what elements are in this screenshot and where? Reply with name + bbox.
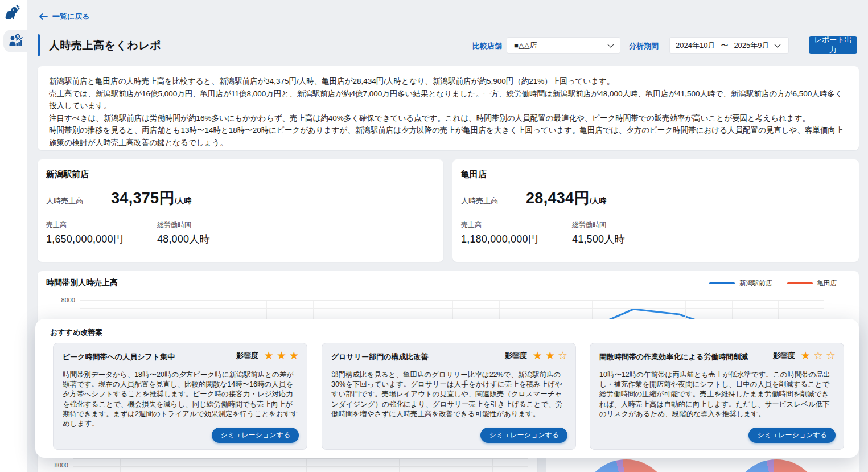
impact-stars: ★☆☆ — [801, 350, 836, 361]
period-end: 2025年9月 — [734, 40, 769, 51]
hours-value: 41,500人時 — [572, 232, 625, 246]
pie-chart-kameda — [732, 459, 821, 472]
hours-label: 総労働時間 — [157, 220, 191, 230]
metric-label: 人時売上高 — [46, 196, 111, 206]
title-accent-bar — [38, 34, 40, 56]
star-icon: ★ — [545, 350, 555, 361]
store-card-kameda: 亀田店 人時売上高 28,434円 /人時 売上高 1,180,000,000円… — [452, 159, 859, 262]
star-icon: ☆ — [826, 350, 836, 361]
y-axis-tick: 8000 — [52, 297, 75, 303]
star-icon: ☆ — [558, 350, 567, 361]
recommendations-panel: おすすめ改善案 ピーク時間帯への人員シフト集中 影響度 ★★★ 時間帯別データか… — [35, 319, 859, 458]
chevron-down-icon — [607, 41, 614, 47]
legend-line-swatch — [709, 282, 735, 284]
hours-value: 48,000人時 — [157, 232, 210, 246]
sales-value: 1,650,000,000円 — [46, 232, 124, 246]
metric-unit: /人時 — [590, 196, 607, 206]
recommendation-title: 閑散時間帯の作業効率化による労働時間削減 — [599, 352, 748, 362]
metric-label: 人時売上高 — [461, 196, 526, 206]
back-link[interactable]: 一覧に戻る — [39, 11, 90, 22]
y-axis-tick: 8000 — [46, 462, 68, 469]
page-title-bar: 人時売上高をくわレポ — [38, 34, 161, 56]
store-card-niigata: 新潟駅前店 人時売上高 34,375円 /人時 売上高 1,650,000,00… — [38, 159, 443, 262]
star-icon: ★ — [264, 350, 274, 361]
summary-line: 新潟駅前店と亀田店の人時売上高を比較すると、新潟駅前店が34,375円/人時、亀… — [49, 75, 848, 88]
chart-legend: 新潟駅前店 亀田店 — [709, 279, 837, 288]
impact-stars: ★★☆ — [533, 350, 567, 361]
divider — [46, 210, 435, 210]
legend-item-kameda: 亀田店 — [787, 279, 837, 288]
legend-item-niigata: 新潟駅前店 — [709, 279, 772, 288]
divider — [461, 210, 850, 210]
recommendation-card: 閑散時間帯の作業効率化による労働時間削減 影響度 ★☆☆ 10時〜12時の午前帯… — [590, 343, 844, 450]
summary-line: 売上高では、新潟駅前店が16億5,000万円、亀田店が11億8,000万円と、新… — [49, 88, 848, 112]
store-name: 亀田店 — [461, 169, 487, 180]
period-start: 2024年10月 — [676, 40, 715, 51]
recommendation-card: グロサリー部門の構成比改善 影響度 ★★☆ 部門構成比を見ると、亀田店のグロサリ… — [322, 343, 576, 450]
metric-value: 28,434円 — [526, 188, 590, 208]
recommendation-title: グロサリー部門の構成比改善 — [331, 352, 429, 362]
legend-label: 亀田店 — [817, 279, 837, 288]
summary-card: 新潟駅前店と亀田店の人時売上高を比較すると、新潟駅前店が34,375円/人時、亀… — [38, 66, 859, 150]
period-select[interactable]: 2024年10月 〜 2025年9月 — [669, 37, 789, 54]
impact-label: 影響度 — [773, 351, 795, 361]
pie-chart-niigata — [582, 459, 670, 472]
summary-line: 注目すべきは、新潟駅前店は労働時間が約16%多いにもかかわらず、売上高は約40%… — [49, 112, 848, 125]
star-icon: ★ — [277, 350, 286, 361]
star-icon: ★ — [533, 350, 542, 361]
period-separator: 〜 — [721, 40, 728, 51]
metric-unit: /人時 — [175, 196, 192, 206]
recommendation-body: 10時〜12時の午前帯は両店舗とも売上が低水準です。この時間帯の品出し・補充作業… — [599, 370, 836, 419]
recommendation-title: ピーク時間帯への人員シフト集中 — [63, 352, 175, 362]
sidebar: $ — [0, 0, 27, 472]
page-title: 人時売上高をくわレポ — [49, 38, 161, 53]
recommendation-body: 部門構成比を見ると、亀田店のグロサリー比率は22%で、新潟駅前店の30%を下回っ… — [331, 370, 568, 419]
sales-label: 売上高 — [461, 220, 482, 230]
legend-line-swatch — [787, 282, 813, 284]
summary-line: 時間帯別の推移を見ると、両店舗とも13時〜14時と18時〜20時にピークがありま… — [49, 124, 848, 149]
plot-area — [73, 458, 528, 472]
star-icon: ★ — [289, 350, 299, 361]
legend-label: 新潟駅前店 — [739, 279, 772, 288]
app-logo-icon[interactable] — [5, 3, 23, 22]
simulate-button[interactable]: シミュレーションする — [748, 428, 836, 443]
period-label: 分析期間 — [629, 41, 659, 51]
sales-label: 売上高 — [46, 220, 67, 230]
sidebar-item-labor-report[interactable]: $ — [3, 30, 27, 52]
chevron-down-icon — [774, 41, 780, 47]
impact-label: 影響度 — [236, 351, 258, 361]
star-icon: ☆ — [813, 350, 823, 361]
recommendations-heading: おすすめ改善案 — [50, 327, 102, 338]
arrow-left-icon — [39, 13, 48, 20]
sales-value: 1,180,000,000円 — [461, 232, 538, 246]
impact-stars: ★★★ — [264, 350, 299, 361]
recommendation-body: 時間帯別データから、18時〜20時の夕方ピーク時に新潟駅前店との差が顕著です。現… — [63, 370, 299, 429]
compare-store-select[interactable]: ■△△店 — [507, 37, 620, 54]
star-icon: ★ — [801, 350, 811, 361]
app-window: $ 一覧に戻る 人時売上高をくわレポ 比較店舗 ■△△店 分析期間 2024年1… — [0, 0, 868, 472]
labor-productivity-icon: $ — [7, 33, 23, 49]
simulate-button[interactable]: シミュレーションする — [480, 428, 567, 443]
compare-store-value: ■△△店 — [514, 40, 537, 51]
hours-label: 総労働時間 — [572, 220, 606, 230]
chart-title: 時間帯別人時売上高 — [46, 278, 118, 288]
simulate-button[interactable]: シミュレーションする — [212, 428, 299, 443]
impact-label: 影響度 — [505, 351, 527, 361]
store-name: 新潟駅前店 — [46, 169, 89, 180]
compare-store-label: 比較店舗 — [472, 41, 502, 51]
back-label: 一覧に戻る — [52, 11, 90, 22]
metric-value: 34,375円 — [111, 188, 175, 208]
recommendation-card: ピーク時間帯への人員シフト集中 影響度 ★★★ 時間帯別データから、18時〜20… — [53, 343, 307, 450]
export-report-button[interactable]: レポート出力 — [809, 36, 857, 54]
